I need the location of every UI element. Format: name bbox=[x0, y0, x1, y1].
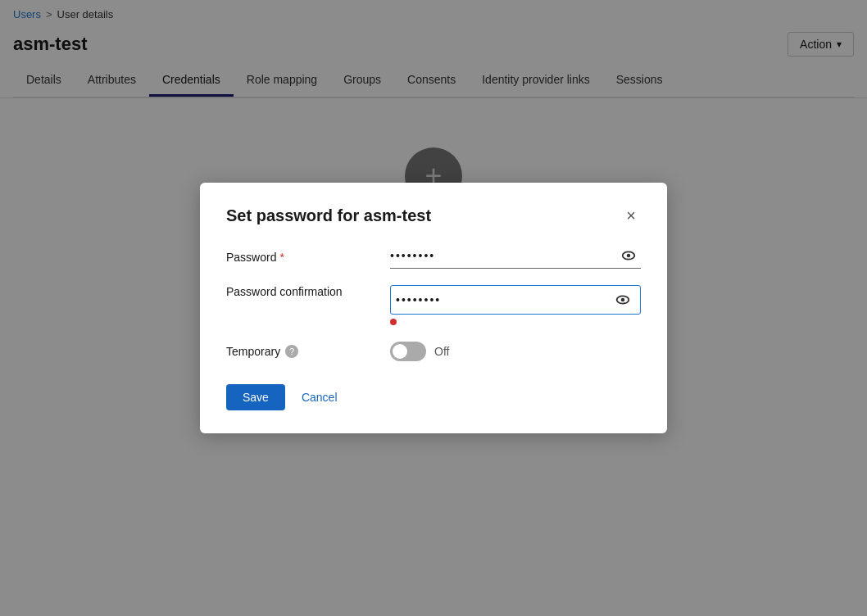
password-required-star: * bbox=[279, 251, 284, 264]
password-confirmation-error-indicator bbox=[390, 319, 397, 325]
modal-close-button[interactable]: × bbox=[621, 206, 641, 225]
svg-point-3 bbox=[621, 298, 625, 302]
modal-overlay: Set password for asm-test × Password * bbox=[0, 0, 867, 616]
modal-username: asm-test bbox=[364, 206, 431, 224]
password-confirmation-input-container bbox=[390, 285, 641, 315]
password-confirmation-input-wrap bbox=[390, 285, 641, 325]
password-eye-button[interactable] bbox=[616, 245, 641, 266]
set-password-modal: Set password for asm-test × Password * bbox=[200, 183, 667, 433]
temporary-help-icon[interactable]: ? bbox=[285, 345, 298, 358]
cancel-button[interactable]: Cancel bbox=[297, 384, 343, 410]
modal-header: Set password for asm-test × bbox=[226, 206, 641, 225]
password-confirmation-label: Password confirmation bbox=[226, 285, 390, 298]
password-label: Password * bbox=[226, 251, 390, 264]
save-button[interactable]: Save bbox=[226, 384, 285, 410]
modal-title: Set password for asm-test bbox=[226, 206, 431, 225]
password-confirmation-row: Password confirmation bbox=[226, 285, 641, 325]
password-row: Password * bbox=[226, 245, 641, 269]
password-confirmation-eye-icon bbox=[614, 291, 632, 309]
temporary-toggle-wrap: Off bbox=[390, 342, 449, 361]
password-input[interactable] bbox=[390, 249, 616, 262]
password-confirmation-input[interactable] bbox=[396, 293, 611, 306]
toggle-thumb bbox=[393, 344, 407, 359]
svg-point-1 bbox=[627, 254, 631, 258]
temporary-value-label: Off bbox=[434, 345, 449, 358]
page-container: Users > User details asm-test Action ▾ D… bbox=[0, 0, 867, 616]
temporary-label: Temporary ? bbox=[226, 345, 390, 358]
temporary-toggle[interactable] bbox=[390, 342, 426, 361]
password-input-container bbox=[390, 245, 641, 269]
temporary-row: Temporary ? Off bbox=[226, 342, 641, 361]
modal-footer: Save Cancel bbox=[226, 384, 641, 410]
password-confirmation-eye-button[interactable] bbox=[611, 289, 635, 310]
password-eye-icon bbox=[620, 247, 638, 265]
password-input-wrap bbox=[390, 245, 641, 269]
